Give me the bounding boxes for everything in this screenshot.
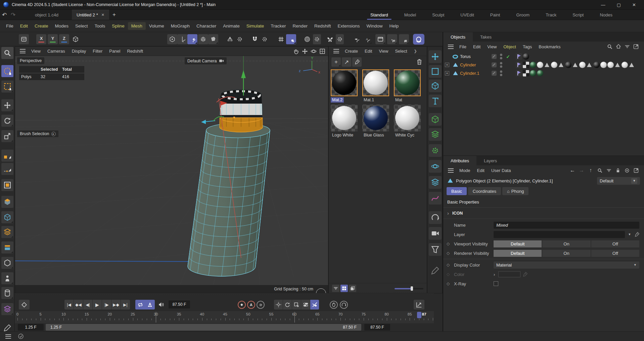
tag-sphere-white-icon[interactable] bbox=[579, 62, 586, 68]
list-view-icon[interactable] bbox=[332, 285, 339, 292]
object-row[interactable]: +Cylinder bbox=[443, 61, 644, 69]
rotation-record-button[interactable] bbox=[340, 301, 348, 309]
materials-menu-icon[interactable] bbox=[333, 49, 339, 53]
rigid-body-tool[interactable] bbox=[429, 113, 442, 126]
preset-dropdown[interactable]: Default▼ bbox=[597, 177, 640, 185]
menu-item[interactable]: Simulate bbox=[243, 22, 268, 30]
attributes-menu-edit[interactable]: Edit bbox=[474, 167, 488, 174]
status-menu-icon[interactable] bbox=[5, 334, 11, 339]
history-back-icon[interactable]: ← bbox=[569, 167, 576, 174]
material-name[interactable]: White Cyc bbox=[394, 132, 416, 138]
materials-menu-select[interactable]: Select bbox=[392, 48, 410, 55]
attributes-menu-userdata[interactable]: User Data bbox=[488, 167, 514, 174]
isolate-view-icon[interactable] bbox=[351, 34, 361, 44]
tag-triangle-icon[interactable] bbox=[629, 62, 635, 68]
character-tool[interactable] bbox=[1, 272, 13, 284]
viewport-visibility-off[interactable]: Off bbox=[591, 240, 639, 247]
sphere-collision-tool[interactable] bbox=[429, 160, 442, 173]
thumbnail-size-slider[interactable] bbox=[395, 286, 423, 291]
lock-icon[interactable] bbox=[614, 167, 621, 174]
sound-button[interactable] bbox=[156, 300, 166, 309]
menu-item[interactable]: Spline bbox=[108, 22, 128, 30]
key-position-button[interactable] bbox=[274, 300, 283, 309]
viewport-menu-icon[interactable] bbox=[20, 49, 26, 53]
history-forward-icon[interactable]: → bbox=[578, 167, 585, 174]
layer-chip[interactable] bbox=[492, 54, 497, 59]
cylinder-object[interactable] bbox=[188, 123, 270, 276]
edit-pencil-tool[interactable] bbox=[429, 264, 442, 277]
viewport-visibility-on[interactable]: On bbox=[542, 240, 590, 247]
cube-primitive-tool[interactable] bbox=[429, 79, 442, 92]
panel-tab[interactable]: Layers bbox=[476, 156, 504, 165]
document-tab-active[interactable]: Untitled 2 *✕ bbox=[72, 10, 109, 20]
menu-item[interactable]: Help bbox=[386, 22, 402, 30]
y-axis-lock-button[interactable]: Y bbox=[48, 34, 58, 44]
materials-menu-edit[interactable]: Edit bbox=[362, 48, 375, 55]
plane-primitive-tool[interactable] bbox=[429, 65, 442, 78]
polygon-pen-tool[interactable] bbox=[1, 150, 13, 162]
render-picture-viewer-button[interactable] bbox=[387, 34, 397, 44]
x-axis-lock-button[interactable]: X bbox=[36, 34, 46, 44]
expand-toggle[interactable]: + bbox=[445, 63, 449, 67]
layer-chip[interactable] bbox=[492, 71, 497, 76]
material-thumbnail[interactable] bbox=[331, 69, 358, 96]
next-frame-button[interactable]: |▶ bbox=[102, 300, 111, 309]
mirror-settings-icon[interactable] bbox=[336, 34, 344, 44]
menu-item[interactable]: Extensions bbox=[334, 22, 363, 30]
tag-flag-icon[interactable] bbox=[516, 53, 522, 60]
snap-icon[interactable] bbox=[250, 34, 260, 44]
render-view-button[interactable] bbox=[375, 34, 385, 44]
delete-material-button[interactable] bbox=[415, 57, 424, 67]
keyframe-button[interactable] bbox=[19, 300, 30, 309]
material-item[interactable]: Blue Glass bbox=[362, 105, 394, 138]
panel-tab[interactable]: Takes bbox=[473, 32, 499, 42]
crate-tool[interactable] bbox=[1, 241, 13, 253]
material-item[interactable]: Mat.1 bbox=[362, 69, 394, 103]
tab-basic[interactable]: Basic bbox=[447, 187, 467, 195]
materials-menu-overflow[interactable]: ❯ bbox=[411, 48, 420, 54]
collider-tool[interactable] bbox=[429, 128, 442, 141]
load-material-button[interactable]: ↗ bbox=[342, 57, 351, 67]
parent-up-icon[interactable]: ↑ bbox=[587, 167, 594, 174]
menu-item[interactable]: Redshift bbox=[311, 22, 334, 30]
symmetry-icon[interactable] bbox=[302, 34, 312, 44]
search-icon[interactable] bbox=[606, 43, 613, 50]
document-tab[interactable]: object 1.c4d bbox=[30, 10, 63, 20]
pick-material-button[interactable] bbox=[352, 57, 362, 67]
enabled-check-icon[interactable]: ✓ bbox=[505, 54, 511, 59]
attributes-menu-icon[interactable] bbox=[448, 168, 454, 173]
rotation-tool[interactable] bbox=[429, 211, 442, 224]
grid-icon[interactable] bbox=[276, 34, 286, 44]
key-pla-button[interactable] bbox=[310, 300, 319, 309]
material-thumbnail[interactable] bbox=[362, 105, 389, 131]
scale-tool[interactable] bbox=[1, 130, 13, 142]
layout-tab[interactable]: Model bbox=[396, 10, 424, 20]
boole-tool[interactable] bbox=[1, 287, 13, 299]
key-parameter-button[interactable] bbox=[301, 300, 310, 309]
record-keyframe-button[interactable] bbox=[238, 301, 246, 309]
tag-flag-icon[interactable] bbox=[516, 62, 522, 68]
layout-tab[interactable]: Nodes bbox=[592, 10, 620, 20]
rotate-tool[interactable] bbox=[1, 115, 13, 127]
tag-sphere-black-icon[interactable] bbox=[593, 62, 600, 68]
new-tab-button[interactable]: + bbox=[109, 10, 119, 20]
minimize-button[interactable]: — bbox=[601, 2, 605, 7]
popout-icon[interactable] bbox=[633, 43, 639, 50]
pan-hand-icon[interactable] bbox=[293, 48, 299, 54]
points-mode-button[interactable] bbox=[167, 34, 177, 44]
object-name[interactable]: Cylinder bbox=[460, 62, 490, 67]
material-thumbnail[interactable] bbox=[394, 105, 421, 131]
key-scale-button[interactable] bbox=[283, 300, 292, 309]
tag-triangle-icon[interactable] bbox=[614, 62, 621, 68]
material-item[interactable]: White Cyc bbox=[394, 105, 425, 138]
xray-checkbox[interactable] bbox=[494, 281, 498, 286]
axis-gizmo-icon[interactable] bbox=[71, 34, 81, 44]
material-item[interactable]: Mat bbox=[394, 69, 425, 103]
display-color-dropdown[interactable]: Material▼ bbox=[494, 262, 639, 269]
renderer-visibility-default[interactable]: Default bbox=[494, 250, 542, 257]
live-selection-tool[interactable] bbox=[1, 65, 13, 77]
goto-start-button[interactable]: |◀ bbox=[64, 300, 74, 309]
material-thumbnail[interactable] bbox=[394, 69, 421, 96]
polygons-mode-button[interactable] bbox=[187, 34, 197, 44]
cube-primitive-tool[interactable] bbox=[1, 196, 13, 208]
